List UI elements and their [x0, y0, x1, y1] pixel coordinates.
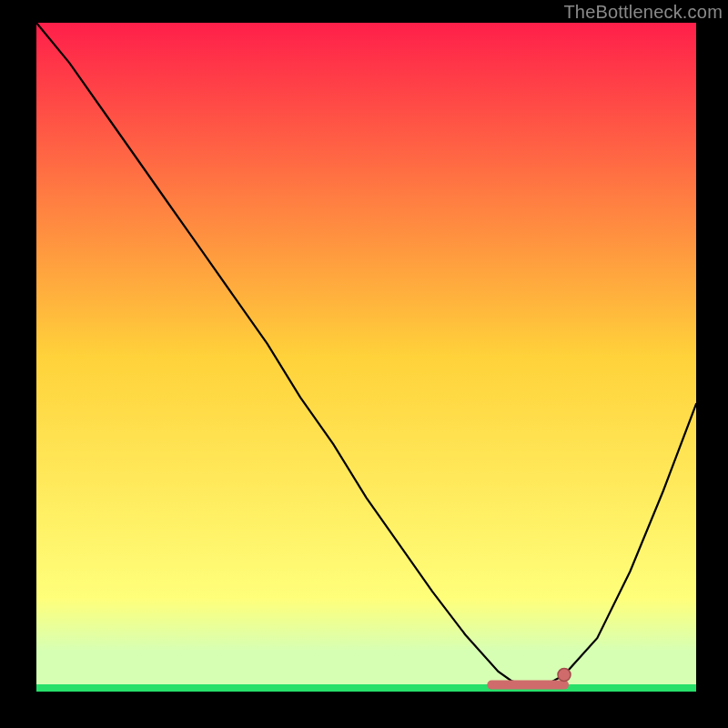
attribution-text: TheBottleneck.com [563, 2, 723, 23]
background-gradient [36, 23, 696, 692]
bottleneck-plot [0, 0, 728, 728]
chart-container: TheBottleneck.com [0, 0, 728, 728]
optimal-marker-dot [558, 669, 571, 682]
green-band [36, 684, 696, 692]
plot-area [36, 23, 696, 692]
